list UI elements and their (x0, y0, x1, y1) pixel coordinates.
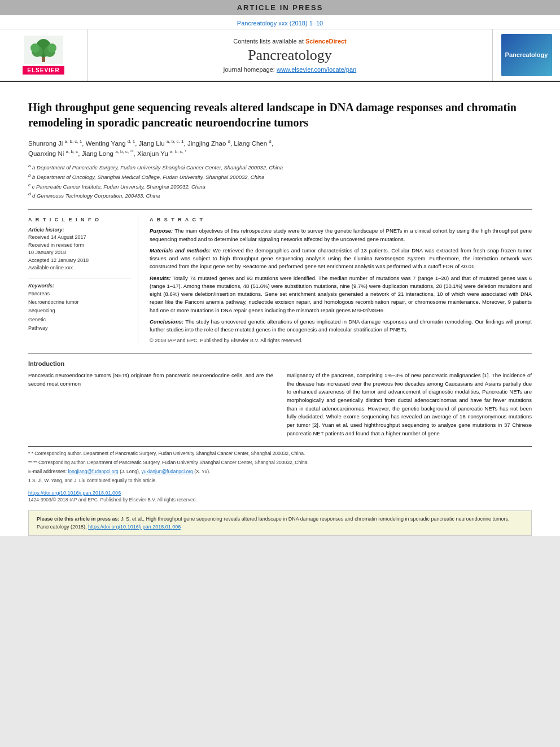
keywords-list: Pancreas Neuroendocrine tumor Sequencing… (28, 290, 131, 333)
contents-available-text: Contents lists available at ScienceDirec… (233, 38, 347, 45)
journal-name-title: Pancreatology (248, 47, 332, 64)
journal-header-content: ELSEVIER Contents lists available at Sci… (0, 29, 560, 81)
footnote-equal-contrib: 1 S. Ji, W. Yang, and J. Liu contributed… (28, 477, 532, 484)
affil-a: a a Department of Pancreatic Surgery, Fu… (28, 163, 532, 172)
abstract-conclusions: Conclusions: The study has uncovered gen… (150, 318, 532, 334)
separator (28, 278, 131, 278)
science-direct-link[interactable]: ScienceDirect (305, 38, 347, 45)
journal-homepage-line: journal homepage: www.elsevier.com/locat… (224, 66, 356, 73)
author-yang: Wenting Yang d, 1, (86, 140, 139, 147)
svg-point-6 (47, 43, 56, 53)
svg-point-5 (30, 43, 40, 53)
author-ji: Shunrong Ji a, b, c, 1, (28, 140, 86, 147)
affil-b: b b Department of Oncology, Shanghai Med… (28, 172, 532, 182)
conclusions-label: Conclusions: (150, 318, 183, 325)
journal-title-center: Contents lists available at ScienceDirec… (88, 29, 492, 81)
keywords-block: Keywords: Pancreas Neuroendocrine tumor … (28, 283, 131, 333)
author-liu: Jiang Liu a, b, c, 1, (139, 140, 187, 147)
pancreatology-logo-text: Pancreatology (505, 51, 548, 59)
intro-left-para: Pancreatic neuroendocrine tumors (NETs) … (28, 372, 273, 388)
article-history-block: Article history: Received 14 August 2017… (28, 227, 131, 272)
affiliations: a a Department of Pancreatic Surgery, Fu… (28, 163, 532, 201)
article-info-abstract-cols: A R T I C L E I N F O Article history: R… (28, 209, 532, 345)
elsevier-tree-icon (24, 36, 63, 64)
keywords-label: Keywords: (28, 283, 131, 289)
doi-line: https://doi.org/10.1016/j.pan.2018.01.00… (28, 490, 532, 496)
results-label: Results: (150, 275, 170, 281)
methods-label: Materials and methods: (150, 247, 211, 254)
abstract-methods: Materials and methods: We retrieved the … (150, 247, 532, 271)
affil-c: c c Pancreatic Cancer Institute, Fudan U… (28, 182, 532, 191)
email2-link[interactable]: yuxianjun@fudanpci.org (142, 469, 193, 474)
citation-doi-link[interactable]: https://doi.org/10.1016/j.pan.2018.01.00… (88, 524, 181, 530)
footnote-star: * * Corresponding author. Department of … (28, 450, 532, 457)
journal-homepage-link[interactable]: www.elsevier.com/locate/pan (277, 66, 356, 73)
journal-logo-box: Pancreatology (492, 29, 560, 81)
copyright-line: © 2018 IAP and EPC. Published by Elsevie… (150, 337, 532, 345)
results-text: Totally 74 mutated genes and 93 mutation… (150, 275, 532, 313)
article-title: High throughput gene sequencing reveals … (28, 100, 532, 130)
elsevier-logo-inner: ELSEVIER (23, 36, 64, 75)
footnotes-area: * * Corresponding author. Department of … (28, 446, 532, 485)
citation-footer: Please cite this article in press as: Ji… (28, 510, 532, 536)
intro-right-para: malignancy of the pancreas, comprising 1… (287, 372, 532, 438)
purpose-text: The main objectives of this retrospectiv… (150, 228, 532, 242)
article-in-press-banner: ARTICLE IN PRESS (0, 0, 560, 15)
intro-left-col: Pancreatic neuroendocrine tumors (NETs) … (28, 372, 273, 438)
abstract-purpose: Purpose: The main objectives of this ret… (150, 227, 532, 243)
banner-text: ARTICLE IN PRESS (237, 3, 323, 12)
page-wrapper: ARTICLE IN PRESS Pancreatology xxx (2018… (0, 0, 560, 536)
author-long: Jiang Long a, b, c, **, (82, 150, 137, 157)
abstract-block: Purpose: The main objectives of this ret… (150, 227, 532, 345)
conclusions-text: The study has uncovered genetic alterati… (150, 318, 532, 333)
article-info-label: A R T I C L E I N F O (28, 217, 131, 222)
introduction-section: Introduction Pancreatic neuroendocrine t… (28, 353, 532, 438)
introduction-heading: Introduction (28, 360, 532, 367)
author-chen: Liang Chen d, (234, 140, 273, 147)
article-dates: Received 14 August 2017 Received in revi… (28, 234, 131, 272)
author-yu: Xianjun Yu a, b, c, * (137, 150, 186, 157)
article-history-label: Article history: (28, 227, 131, 233)
col-abstract: A B S T R A C T Purpose: The main object… (150, 217, 532, 345)
intro-right-col: malignancy of the pancreas, comprising 1… (287, 372, 532, 438)
citation-please-label: Please cite this article in press as: (37, 516, 121, 522)
intro-two-col: Pancreatic neuroendocrine tumors (NETs) … (28, 372, 532, 438)
journal-header: Pancreatology xxx (2018) 1–10 (0, 15, 560, 82)
doi-link[interactable]: https://doi.org/10.1016/j.pan.2018.01.00… (28, 490, 121, 496)
abstract-results: Results: Totally 74 mutated genes and 93… (150, 274, 532, 314)
footnote-double-star: ** ** Corresponding author. Department o… (28, 459, 532, 466)
footnote-emails: E-mail addresses: longjiang@fudanpci.org… (28, 468, 532, 475)
issn-line: 1424-3903/© 2018 IAP and EPC. Published … (28, 497, 532, 503)
author-ni: Quanxing Ni a, b, c, (28, 150, 82, 157)
elsevier-logo-box: ELSEVIER (0, 29, 88, 81)
journal-issue: Pancreatology xxx (2018) 1–10 (237, 20, 323, 27)
affil-d: d d Genexouss Technology Corporation, 20… (28, 191, 532, 200)
authors-line: Shunrong Ji a, b, c, 1, Wenting Yang d, … (28, 138, 532, 159)
purpose-label: Purpose: (150, 228, 173, 234)
email1-link[interactable]: longjiang@fudanpci.org (68, 469, 118, 474)
abstract-label: A B S T R A C T (150, 217, 532, 222)
col-article-info: A R T I C L E I N F O Article history: R… (28, 217, 138, 345)
journal-top-line: Pancreatology xxx (2018) 1–10 (0, 20, 560, 29)
pancreatology-logo-img: Pancreatology (501, 34, 552, 76)
elsevier-label: ELSEVIER (23, 66, 64, 75)
author-zhao: Jingjing Zhao d, (187, 140, 234, 147)
article-content: High throughput gene sequencing reveals … (0, 82, 560, 536)
